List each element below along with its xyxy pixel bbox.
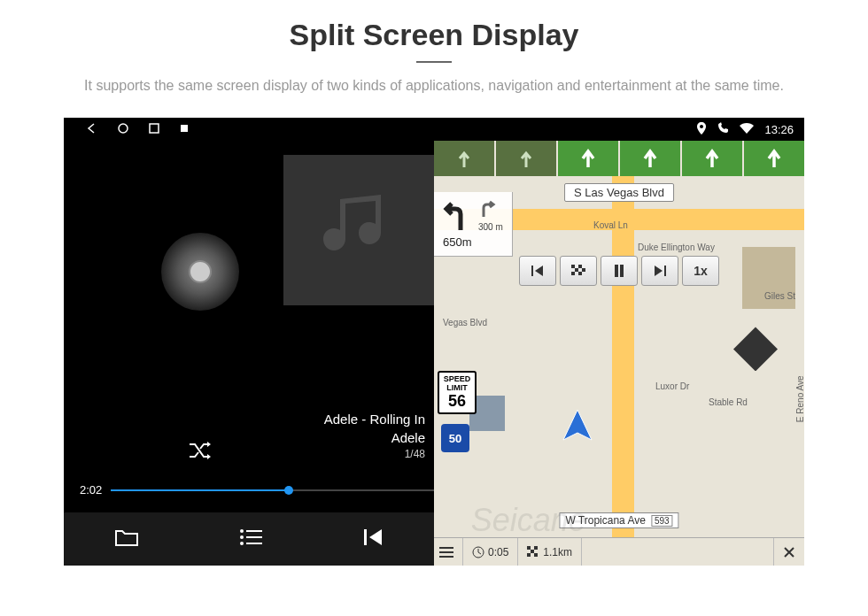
title-underline (416, 61, 452, 63)
lane-arrow-active (682, 141, 742, 176)
recent-apps-icon[interactable] (149, 123, 159, 136)
status-bar: 13:26 (64, 118, 804, 141)
watermark: Seicane (471, 502, 586, 539)
svg-point-3 (700, 125, 703, 128)
svg-point-0 (119, 124, 128, 133)
eta-time: 0:05 (463, 538, 518, 566)
turn-distance: 650m (443, 235, 503, 249)
svg-rect-26 (534, 546, 538, 550)
clock: 13:26 (764, 123, 794, 136)
current-position-arrow (558, 406, 597, 449)
map-close-button[interactable] (773, 538, 804, 566)
lane-guidance (434, 141, 804, 176)
next-turn-distance: 300 m (478, 222, 503, 232)
page-subtitle: It supports the same screen display of t… (71, 76, 797, 96)
lane-arrow (434, 141, 494, 176)
folder-icon[interactable] (114, 527, 139, 551)
map-speed-button[interactable]: 1x (682, 256, 719, 286)
music-player-pane: Adele - Rolling In Adele 1/48 2:02 (64, 118, 434, 566)
map-prev-button[interactable] (519, 256, 556, 286)
road-label: Koval Ln (593, 220, 628, 230)
previous-track-icon[interactable] (362, 527, 384, 551)
svg-rect-22 (439, 551, 453, 553)
svg-rect-7 (246, 536, 262, 538)
map-playback-controls: 1x (519, 256, 719, 286)
svg-rect-9 (246, 543, 262, 544)
track-index: 1/48 (324, 447, 425, 462)
track-title: Adele - Rolling In (324, 410, 425, 428)
map-pause-button[interactable] (601, 256, 638, 286)
svg-rect-20 (664, 266, 666, 276)
svg-rect-25 (527, 546, 531, 550)
svg-rect-16 (571, 272, 575, 275)
svg-rect-12 (571, 265, 575, 268)
turn-instruction-panel: 300 m 650m (434, 192, 513, 257)
shuffle-icon[interactable] (188, 441, 213, 464)
road-label: Stable Rd (709, 397, 748, 407)
turn-left-icon (443, 200, 471, 232)
elapsed-time: 2:02 (80, 483, 102, 497)
map-menu-button[interactable] (434, 538, 463, 566)
svg-rect-18 (615, 265, 618, 277)
svg-rect-19 (620, 265, 624, 277)
track-artist: Adele (324, 428, 425, 447)
disc-icon (161, 233, 239, 311)
svg-rect-13 (578, 265, 582, 268)
svg-rect-21 (439, 547, 453, 549)
turn-right-icon (478, 199, 496, 219)
playlist-icon[interactable] (239, 528, 262, 550)
map-next-button[interactable] (641, 256, 678, 286)
svg-rect-23 (439, 556, 453, 558)
music-controls (64, 512, 434, 566)
lane-arrow-active (620, 141, 680, 176)
wifi-icon (740, 123, 754, 136)
map-bottom-bar: 0:05 1.1km (434, 537, 804, 566)
svg-rect-28 (527, 553, 531, 557)
phone-icon (717, 122, 729, 136)
speed-limit-sign: SPEED LIMIT 56 (438, 371, 477, 414)
road-label: Giles St (764, 291, 795, 301)
svg-rect-15 (582, 268, 585, 272)
svg-rect-29 (534, 553, 538, 557)
progress-row: 2:02 (80, 483, 434, 497)
progress-bar[interactable] (111, 489, 434, 491)
svg-rect-5 (246, 530, 262, 532)
device-screenshot: 13:26 Adele - Rolling In Adele 1/48 2:02 (64, 118, 804, 566)
exit-number: 593 (651, 515, 673, 527)
road-label: Vegas Blvd (443, 318, 487, 327)
lane-arrow (496, 141, 556, 176)
svg-rect-1 (150, 124, 159, 133)
location-icon (696, 122, 707, 137)
svg-point-8 (240, 542, 244, 545)
map-checkered-button[interactable] (560, 256, 597, 286)
svg-rect-2 (181, 125, 188, 132)
svg-rect-17 (578, 272, 582, 275)
remaining-distance: 1.1km (518, 538, 582, 566)
svg-rect-11 (531, 266, 533, 276)
svg-rect-14 (575, 268, 578, 272)
back-icon[interactable] (85, 122, 97, 137)
road-label: E Reno Ave (796, 376, 806, 423)
screenshot-icon[interactable] (179, 123, 190, 136)
page-title: Split Screen Display (0, 18, 868, 52)
album-art (283, 155, 434, 305)
svg-point-6 (240, 535, 244, 539)
svg-rect-10 (364, 529, 367, 545)
current-street-label: S Las Vegas Blvd (564, 183, 674, 202)
road-label: Luxor Dr (655, 381, 689, 391)
svg-point-4 (240, 529, 244, 533)
lane-arrow-active (558, 141, 618, 176)
route-shield: 50 (441, 424, 469, 452)
road-label: Duke Ellington Way (638, 243, 715, 252)
svg-rect-27 (531, 550, 534, 553)
home-icon[interactable] (117, 122, 129, 137)
lane-arrow-active (744, 141, 804, 176)
